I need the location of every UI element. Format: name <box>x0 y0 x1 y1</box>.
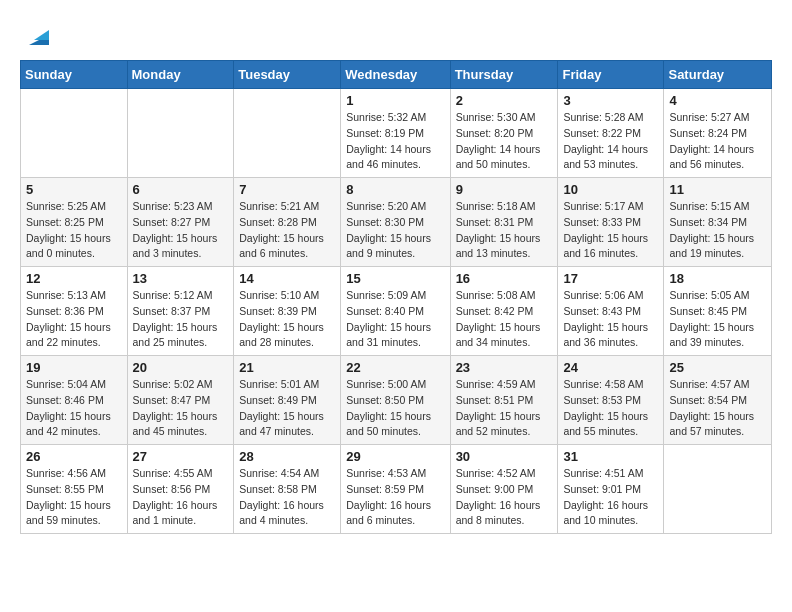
day-cell-28: 28Sunrise: 4:54 AMSunset: 8:58 PMDayligh… <box>234 445 341 534</box>
day-info: Sunrise: 5:09 AMSunset: 8:40 PMDaylight:… <box>346 288 444 351</box>
day-cell-24: 24Sunrise: 4:58 AMSunset: 8:53 PMDayligh… <box>558 356 664 445</box>
day-cell-empty <box>21 89 128 178</box>
day-number: 4 <box>669 93 766 108</box>
day-info: Sunrise: 5:32 AMSunset: 8:19 PMDaylight:… <box>346 110 444 173</box>
day-cell-23: 23Sunrise: 4:59 AMSunset: 8:51 PMDayligh… <box>450 356 558 445</box>
weekday-header-tuesday: Tuesday <box>234 61 341 89</box>
week-row-5: 26Sunrise: 4:56 AMSunset: 8:55 PMDayligh… <box>21 445 772 534</box>
day-number: 30 <box>456 449 553 464</box>
day-info: Sunrise: 5:21 AMSunset: 8:28 PMDaylight:… <box>239 199 335 262</box>
day-number: 17 <box>563 271 658 286</box>
day-cell-2: 2Sunrise: 5:30 AMSunset: 8:20 PMDaylight… <box>450 89 558 178</box>
header <box>20 20 772 50</box>
day-info: Sunrise: 5:17 AMSunset: 8:33 PMDaylight:… <box>563 199 658 262</box>
day-info: Sunrise: 4:53 AMSunset: 8:59 PMDaylight:… <box>346 466 444 529</box>
day-cell-26: 26Sunrise: 4:56 AMSunset: 8:55 PMDayligh… <box>21 445 128 534</box>
day-info: Sunrise: 5:15 AMSunset: 8:34 PMDaylight:… <box>669 199 766 262</box>
day-cell-empty <box>127 89 234 178</box>
calendar-table: SundayMondayTuesdayWednesdayThursdayFrid… <box>20 60 772 534</box>
day-info: Sunrise: 4:58 AMSunset: 8:53 PMDaylight:… <box>563 377 658 440</box>
day-cell-empty <box>664 445 772 534</box>
day-info: Sunrise: 4:55 AMSunset: 8:56 PMDaylight:… <box>133 466 229 529</box>
day-cell-19: 19Sunrise: 5:04 AMSunset: 8:46 PMDayligh… <box>21 356 128 445</box>
day-number: 14 <box>239 271 335 286</box>
day-number: 28 <box>239 449 335 464</box>
day-cell-5: 5Sunrise: 5:25 AMSunset: 8:25 PMDaylight… <box>21 178 128 267</box>
day-info: Sunrise: 5:10 AMSunset: 8:39 PMDaylight:… <box>239 288 335 351</box>
day-cell-21: 21Sunrise: 5:01 AMSunset: 8:49 PMDayligh… <box>234 356 341 445</box>
day-cell-30: 30Sunrise: 4:52 AMSunset: 9:00 PMDayligh… <box>450 445 558 534</box>
week-row-2: 5Sunrise: 5:25 AMSunset: 8:25 PMDaylight… <box>21 178 772 267</box>
day-number: 5 <box>26 182 122 197</box>
day-info: Sunrise: 5:02 AMSunset: 8:47 PMDaylight:… <box>133 377 229 440</box>
day-cell-9: 9Sunrise: 5:18 AMSunset: 8:31 PMDaylight… <box>450 178 558 267</box>
day-number: 20 <box>133 360 229 375</box>
day-info: Sunrise: 4:59 AMSunset: 8:51 PMDaylight:… <box>456 377 553 440</box>
week-row-1: 1Sunrise: 5:32 AMSunset: 8:19 PMDaylight… <box>21 89 772 178</box>
day-info: Sunrise: 5:05 AMSunset: 8:45 PMDaylight:… <box>669 288 766 351</box>
day-number: 22 <box>346 360 444 375</box>
day-info: Sunrise: 5:18 AMSunset: 8:31 PMDaylight:… <box>456 199 553 262</box>
day-info: Sunrise: 5:12 AMSunset: 8:37 PMDaylight:… <box>133 288 229 351</box>
day-cell-3: 3Sunrise: 5:28 AMSunset: 8:22 PMDaylight… <box>558 89 664 178</box>
day-number: 8 <box>346 182 444 197</box>
weekday-header-friday: Friday <box>558 61 664 89</box>
day-number: 12 <box>26 271 122 286</box>
day-info: Sunrise: 5:08 AMSunset: 8:42 PMDaylight:… <box>456 288 553 351</box>
day-number: 1 <box>346 93 444 108</box>
day-cell-10: 10Sunrise: 5:17 AMSunset: 8:33 PMDayligh… <box>558 178 664 267</box>
day-info: Sunrise: 4:54 AMSunset: 8:58 PMDaylight:… <box>239 466 335 529</box>
day-number: 19 <box>26 360 122 375</box>
day-number: 26 <box>26 449 122 464</box>
day-info: Sunrise: 5:23 AMSunset: 8:27 PMDaylight:… <box>133 199 229 262</box>
day-number: 31 <box>563 449 658 464</box>
day-info: Sunrise: 5:28 AMSunset: 8:22 PMDaylight:… <box>563 110 658 173</box>
day-info: Sunrise: 4:51 AMSunset: 9:01 PMDaylight:… <box>563 466 658 529</box>
day-number: 7 <box>239 182 335 197</box>
day-number: 21 <box>239 360 335 375</box>
day-number: 18 <box>669 271 766 286</box>
day-cell-13: 13Sunrise: 5:12 AMSunset: 8:37 PMDayligh… <box>127 267 234 356</box>
day-number: 10 <box>563 182 658 197</box>
weekday-header-monday: Monday <box>127 61 234 89</box>
weekday-header-sunday: Sunday <box>21 61 128 89</box>
day-info: Sunrise: 5:04 AMSunset: 8:46 PMDaylight:… <box>26 377 122 440</box>
day-cell-16: 16Sunrise: 5:08 AMSunset: 8:42 PMDayligh… <box>450 267 558 356</box>
day-cell-15: 15Sunrise: 5:09 AMSunset: 8:40 PMDayligh… <box>341 267 450 356</box>
week-row-3: 12Sunrise: 5:13 AMSunset: 8:36 PMDayligh… <box>21 267 772 356</box>
day-info: Sunrise: 4:57 AMSunset: 8:54 PMDaylight:… <box>669 377 766 440</box>
day-number: 16 <box>456 271 553 286</box>
day-cell-7: 7Sunrise: 5:21 AMSunset: 8:28 PMDaylight… <box>234 178 341 267</box>
day-cell-17: 17Sunrise: 5:06 AMSunset: 8:43 PMDayligh… <box>558 267 664 356</box>
day-number: 29 <box>346 449 444 464</box>
day-cell-1: 1Sunrise: 5:32 AMSunset: 8:19 PMDaylight… <box>341 89 450 178</box>
day-info: Sunrise: 5:27 AMSunset: 8:24 PMDaylight:… <box>669 110 766 173</box>
day-cell-12: 12Sunrise: 5:13 AMSunset: 8:36 PMDayligh… <box>21 267 128 356</box>
day-info: Sunrise: 5:30 AMSunset: 8:20 PMDaylight:… <box>456 110 553 173</box>
weekday-header-thursday: Thursday <box>450 61 558 89</box>
day-cell-4: 4Sunrise: 5:27 AMSunset: 8:24 PMDaylight… <box>664 89 772 178</box>
day-number: 9 <box>456 182 553 197</box>
day-cell-11: 11Sunrise: 5:15 AMSunset: 8:34 PMDayligh… <box>664 178 772 267</box>
day-info: Sunrise: 5:01 AMSunset: 8:49 PMDaylight:… <box>239 377 335 440</box>
day-cell-31: 31Sunrise: 4:51 AMSunset: 9:01 PMDayligh… <box>558 445 664 534</box>
day-number: 23 <box>456 360 553 375</box>
day-cell-18: 18Sunrise: 5:05 AMSunset: 8:45 PMDayligh… <box>664 267 772 356</box>
day-number: 11 <box>669 182 766 197</box>
day-number: 15 <box>346 271 444 286</box>
day-cell-29: 29Sunrise: 4:53 AMSunset: 8:59 PMDayligh… <box>341 445 450 534</box>
day-info: Sunrise: 5:25 AMSunset: 8:25 PMDaylight:… <box>26 199 122 262</box>
day-cell-22: 22Sunrise: 5:00 AMSunset: 8:50 PMDayligh… <box>341 356 450 445</box>
day-cell-14: 14Sunrise: 5:10 AMSunset: 8:39 PMDayligh… <box>234 267 341 356</box>
day-cell-empty <box>234 89 341 178</box>
day-number: 6 <box>133 182 229 197</box>
day-number: 13 <box>133 271 229 286</box>
day-number: 25 <box>669 360 766 375</box>
day-cell-8: 8Sunrise: 5:20 AMSunset: 8:30 PMDaylight… <box>341 178 450 267</box>
day-info: Sunrise: 5:00 AMSunset: 8:50 PMDaylight:… <box>346 377 444 440</box>
day-cell-6: 6Sunrise: 5:23 AMSunset: 8:27 PMDaylight… <box>127 178 234 267</box>
weekday-header-saturday: Saturday <box>664 61 772 89</box>
logo <box>20 20 54 50</box>
weekday-header-row: SundayMondayTuesdayWednesdayThursdayFrid… <box>21 61 772 89</box>
week-row-4: 19Sunrise: 5:04 AMSunset: 8:46 PMDayligh… <box>21 356 772 445</box>
